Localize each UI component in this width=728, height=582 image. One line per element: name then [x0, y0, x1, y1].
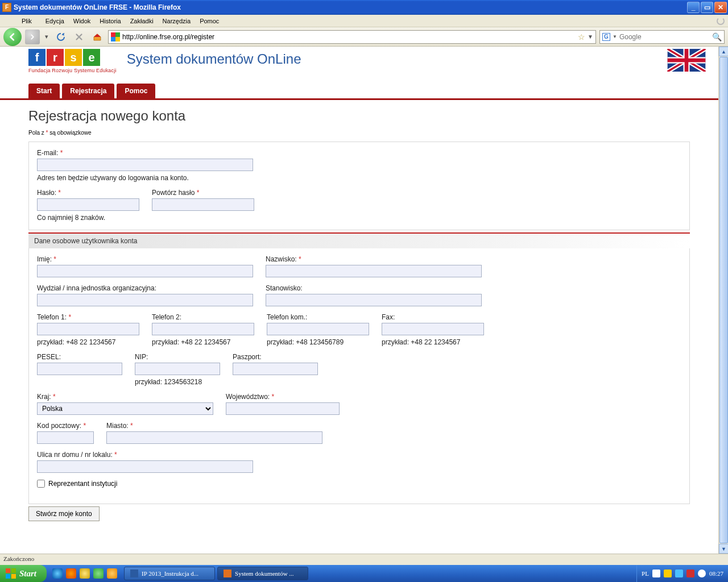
imie-field[interactable] — [37, 265, 253, 277]
main-tabs: Start Rejestracja Pomoc — [0, 84, 718, 98]
label-nazwisko: Nazwisko: * — [266, 255, 482, 263]
word-icon — [130, 569, 138, 577]
tel2-field[interactable] — [152, 323, 254, 335]
woj-field[interactable] — [226, 402, 340, 415]
fax-field[interactable] — [382, 323, 484, 335]
scroll-up-icon[interactable]: ▲ — [719, 47, 728, 56]
language-switch-uk-flag[interactable] — [666, 49, 707, 72]
svg-rect-6 — [11, 568, 16, 573]
menu-plik[interactable]: Plik — [3, 16, 41, 26]
email-field[interactable] — [37, 159, 253, 171]
tray-lang[interactable]: PL — [642, 570, 649, 577]
label-kraj: Kraj: * — [37, 393, 213, 401]
label-nip: NIP: — [135, 353, 220, 361]
menu-historia[interactable]: Historia — [95, 16, 125, 26]
tray-icon-4[interactable] — [686, 569, 694, 577]
reprezentant-row[interactable]: Reprezentant instytucji — [37, 480, 681, 488]
activity-throbber-icon — [717, 17, 725, 25]
ql-ie-icon[interactable] — [52, 568, 63, 579]
tab-pomoc[interactable]: Pomoc — [117, 84, 155, 98]
page-heading: Rejestracja nowego konta — [28, 108, 690, 124]
window-maximize-button[interactable]: ▭ — [701, 2, 713, 13]
nazwisko-field[interactable] — [266, 265, 482, 277]
password-repeat-field[interactable] — [152, 198, 254, 211]
tray-icon-5[interactable] — [698, 569, 706, 577]
menu-widok[interactable]: Widok — [69, 16, 96, 26]
url-dropdown-icon[interactable]: ▼ — [588, 34, 593, 40]
firefox-menubar: Plik Edycja Widok Historia Zakładki Narz… — [0, 15, 728, 27]
start-button[interactable]: Start — [0, 565, 47, 582]
nav-history-dropdown[interactable]: ▾ — [43, 30, 50, 44]
reload-button[interactable] — [53, 30, 68, 44]
scroll-thumb[interactable] — [719, 57, 728, 543]
personal-panel: Imię: * Nazwisko: * Wydział / inna jedno… — [28, 248, 690, 504]
ql-firefox-icon[interactable] — [66, 568, 76, 579]
forward-button[interactable] — [25, 30, 40, 44]
svg-rect-8 — [11, 574, 16, 579]
page-body: frse Fundacja Rozwoju Systemu Edukacji S… — [0, 47, 718, 554]
ql-app5-icon[interactable] — [107, 568, 117, 579]
ulica-field[interactable] — [37, 460, 253, 473]
label-password-repeat: Powtórz hasło * — [152, 189, 254, 197]
system-title: System dokumentów OnLine — [127, 49, 301, 67]
url-bar[interactable]: ☆ ▼ — [108, 30, 596, 44]
wydzial-field[interactable] — [37, 294, 253, 306]
vertical-scrollbar[interactable]: ▲ ▼ — [718, 47, 728, 554]
search-bar[interactable]: G ▼ 🔍 — [599, 30, 725, 44]
svg-rect-5 — [6, 568, 10, 573]
search-engine-dropdown-icon[interactable]: ▼ — [613, 34, 617, 39]
tray-icon-1[interactable] — [652, 569, 660, 577]
section-personal-data: Dane osobowe użytkownika konta — [28, 232, 690, 248]
window-close-button[interactable]: ✕ — [714, 2, 727, 13]
logo-subtitle: Fundacja Rozwoju Systemu Edukacji — [28, 68, 117, 73]
menu-zakladki[interactable]: Zakładki — [126, 16, 158, 26]
stanowisko-field[interactable] — [266, 294, 482, 306]
taskbar-item-word[interactable]: IP 2013_Instrukcja d... — [124, 567, 215, 580]
label-miasto: Miasto: * — [106, 422, 322, 430]
tray-clock[interactable]: 08:27 — [709, 570, 723, 577]
tel1-field[interactable] — [37, 323, 139, 335]
hint-tel1: przykład: +48 22 1234567 — [37, 338, 139, 346]
firefox-task-icon — [224, 569, 231, 577]
password-field[interactable] — [37, 198, 139, 211]
nip-field[interactable] — [135, 363, 220, 375]
tray-icon-3[interactable] — [675, 569, 683, 577]
menu-edycja[interactable]: Edycja — [41, 16, 69, 26]
tab-start[interactable]: Start — [28, 84, 60, 98]
label-reprezentant: Reprezentant instytucji — [48, 480, 117, 488]
bookmark-star-icon[interactable]: ☆ — [578, 32, 585, 41]
miasto-field[interactable] — [106, 431, 322, 444]
label-woj: Województwo: * — [226, 393, 340, 401]
reprezentant-checkbox[interactable] — [37, 480, 45, 488]
tab-rejestracja[interactable]: Rejestracja — [62, 84, 114, 98]
back-button[interactable] — [3, 28, 22, 46]
google-engine-icon[interactable]: G — [602, 33, 610, 41]
kod-field[interactable] — [37, 431, 94, 444]
ql-app4-icon[interactable] — [93, 568, 104, 579]
frse-logo: frse Fundacja Rozwoju Systemu Edukacji — [28, 49, 117, 73]
stop-button[interactable] — [72, 30, 86, 44]
search-go-icon[interactable]: 🔍 — [712, 32, 722, 41]
pesel-field[interactable] — [37, 363, 122, 375]
menu-narzedzia[interactable]: Narzędzia — [158, 16, 196, 26]
windows-taskbar: Start IP 2013_Instrukcja d... System dok… — [0, 565, 728, 582]
window-minimize-button[interactable]: _ — [687, 2, 700, 13]
submit-button[interactable]: Stwórz moje konto — [28, 506, 100, 521]
scroll-down-icon[interactable]: ▼ — [719, 544, 728, 554]
tray-icon-2[interactable] — [664, 569, 672, 577]
url-input[interactable] — [122, 33, 576, 41]
site-favicon-icon — [111, 32, 120, 41]
kraj-select[interactable]: Polska — [37, 402, 213, 415]
label-kod: Kod pocztowy: * — [37, 422, 94, 430]
firefox-favicon-icon: F — [2, 3, 11, 12]
menu-pomoc[interactable]: Pomoc — [195, 16, 224, 26]
telkom-field[interactable] — [267, 323, 369, 335]
paszport-field[interactable] — [233, 363, 318, 375]
ql-show-desktop-icon[interactable] — [80, 568, 90, 579]
search-input[interactable] — [619, 33, 710, 41]
quick-launch — [47, 568, 123, 579]
svg-rect-4 — [668, 59, 706, 63]
home-button[interactable] — [90, 30, 105, 44]
taskbar-item-firefox[interactable]: System dokumentów ... — [217, 567, 308, 580]
label-email: E-mail: * — [37, 149, 253, 157]
